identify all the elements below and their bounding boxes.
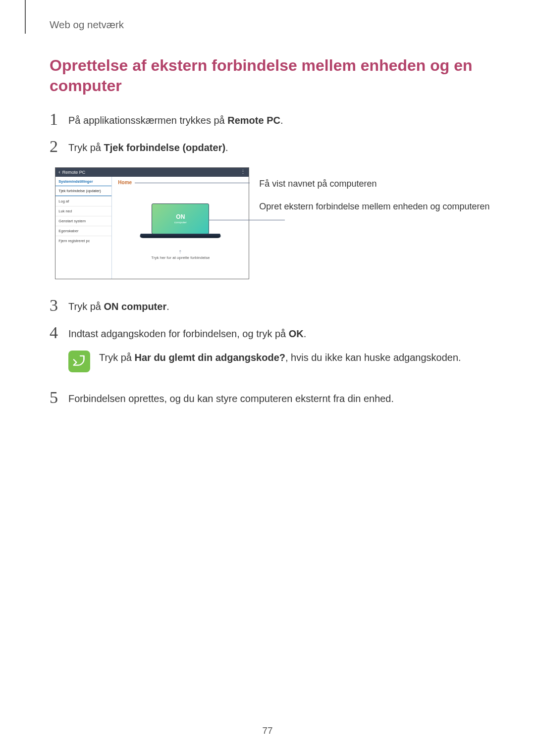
- step-text: På applikationsskærmen trykkes på Remote…: [68, 113, 283, 127]
- callout-computer-name: Få vist navnet på computeren: [259, 178, 489, 190]
- screen-on-text: ON: [176, 213, 185, 220]
- sidebar-item-remove-pc[interactable]: Fjern registreret pc: [55, 236, 111, 246]
- callout-create-connection: Opret ekstern forbindelse mellem enheden…: [259, 201, 489, 212]
- note-icon: [68, 351, 90, 372]
- sidebar-heading: Systemindstillinger: [55, 177, 111, 186]
- step-text: Tryk på ON computer.: [68, 300, 169, 313]
- step-text-post: .: [280, 115, 283, 126]
- left-margin-rule: [25, 0, 26, 34]
- step-1: 1 På applikationsskærmen trykkes på Remo…: [50, 110, 495, 127]
- sidebar-item-logout[interactable]: Log af: [55, 196, 111, 206]
- step-number: 5: [50, 389, 68, 406]
- step-text-pre: Tryk på: [68, 142, 104, 153]
- sidebar: Systemindstillinger Tjek forbindelse (op…: [55, 177, 112, 279]
- hint-text: Tryk her for at oprette forbindelse: [151, 255, 210, 260]
- up-arrow-icon: ⇡: [178, 250, 182, 254]
- step-text-bold: OK: [289, 328, 304, 339]
- section-header: Web og netværk: [50, 19, 495, 31]
- step-text: Indtast adgangskoden for forbindelsen, o…: [68, 327, 306, 341]
- step-text-bold: Tjek forbindelse (opdater): [104, 142, 226, 153]
- step-text-post: .: [304, 328, 307, 339]
- step-number: 3: [50, 297, 68, 314]
- note-pre: Tryk på: [99, 352, 135, 363]
- sidebar-item-check-connection[interactable]: Tjek forbindelse (opdater): [55, 186, 111, 196]
- step-number: 4: [50, 324, 68, 341]
- kebab-menu-icon[interactable]: ⋮: [240, 169, 246, 175]
- step-text-pre: På applikationsskærmen trykkes på: [68, 115, 227, 126]
- laptop-graphic: ON computer: [152, 203, 209, 240]
- callouts: Få vist navnet på computeren Opret ekste…: [259, 167, 489, 212]
- step-text: Tryk på Tjek forbindelse (opdater).: [68, 141, 228, 154]
- window-title: Remote PC: [62, 170, 86, 175]
- page-title: Oprettelse af ekstern forbindelse mellem…: [50, 55, 495, 96]
- step-text-post: .: [166, 301, 169, 312]
- step-text-bold: Remote PC: [227, 115, 280, 126]
- step-text-post: .: [225, 142, 228, 153]
- sidebar-item-restart[interactable]: Genstart system: [55, 216, 111, 226]
- screen-sub-text: computer: [174, 221, 187, 224]
- laptop-base: [139, 234, 222, 238]
- step-4: 4 Indtast adgangskoden for forbindelsen,…: [50, 323, 495, 341]
- note-text: Tryk på Har du glemt din adgangskode?, h…: [99, 351, 461, 364]
- sidebar-item-shutdown[interactable]: Luk ned: [55, 206, 111, 216]
- step-text-bold: ON computer: [104, 301, 167, 312]
- step-text-pre: Tryk på: [68, 301, 104, 312]
- step-number: 1: [50, 111, 68, 128]
- figure: ‹ Remote PC ⋮ Systemindstillinger Tjek f…: [50, 167, 495, 279]
- note-post: , hvis du ikke kan huske adgangskoden.: [285, 352, 461, 363]
- note-bold: Har du glemt din adgangskode?: [135, 352, 285, 363]
- step-text: Forbindelsen oprettes, og du kan styre c…: [68, 392, 394, 405]
- step-3: 3 Tryk på ON computer.: [50, 296, 495, 313]
- on-computer-button[interactable]: ON computer: [152, 203, 209, 234]
- remote-pc-window: ‹ Remote PC ⋮ Systemindstillinger Tjek f…: [55, 167, 249, 279]
- note: Tryk på Har du glemt din adgangskode?, h…: [68, 351, 495, 372]
- step-5: 5 Forbindelsen oprettes, og du kan styre…: [50, 388, 495, 405]
- titlebar: ‹ Remote PC ⋮: [55, 168, 249, 177]
- step-text-pre: Indtast adgangskoden for forbindelsen, o…: [68, 328, 289, 339]
- back-icon[interactable]: ‹: [58, 169, 60, 175]
- home-label: Home: [118, 180, 132, 185]
- sidebar-item-properties[interactable]: Egenskaber: [55, 226, 111, 236]
- step-number: 2: [50, 138, 68, 155]
- page-number: 77: [0, 725, 535, 736]
- step-2: 2 Tryk på Tjek forbindelse (opdater).: [50, 137, 495, 154]
- main-pane: Home ON computer ⇡ Tryk her for at opret…: [112, 177, 249, 279]
